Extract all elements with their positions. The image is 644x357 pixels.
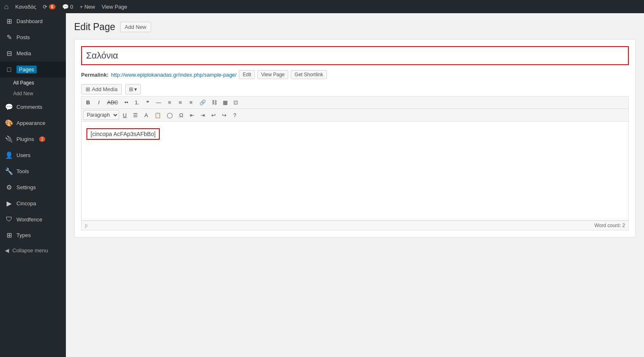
sidebar: ⊞ Dashboard ✎ Posts ⊟ Media □ Pages All … (0, 13, 66, 357)
word-count: Word count: 2 (594, 223, 625, 228)
toolbar-bullet-list[interactable]: •• (121, 98, 131, 107)
toolbar-clear-format[interactable]: ◯ (164, 110, 175, 120)
plugins-icon: 🔌 (5, 135, 13, 143)
permalink-url: http://www.epiplokanadas.gr/index.php/sa… (111, 72, 236, 78)
comments-icon: 💬 (62, 4, 69, 10)
format-select-button[interactable]: ⊞ ▾ (125, 84, 141, 94)
sidebar-item-label: Dashboard (16, 18, 43, 24)
sidebar-item-wordfence[interactable]: 🛡 Wordfence (0, 211, 66, 227)
sidebar-item-plugins[interactable]: 🔌 Plugins 2 (0, 131, 66, 147)
comments-menu-icon: 💬 (5, 103, 13, 111)
collapse-icon: ◀ (5, 247, 9, 254)
submenu-all-pages[interactable]: All Pages (0, 78, 66, 88)
add-media-button[interactable]: ⊞ Add Media (81, 84, 122, 94)
toolbar-help[interactable]: ? (230, 110, 240, 120)
toolbar-row-1: B I ABC •• 1. ❝ — ≡ ≡ ≡ 🔗 ⛓ ▦ ⊡ (82, 96, 628, 109)
add-new-button[interactable]: Add New (120, 22, 151, 32)
plugins-badge: 2 (39, 136, 46, 142)
sidebar-item-label: Tools (16, 168, 29, 174)
toolbar-paste[interactable]: 📋 (152, 110, 163, 120)
collapse-label: Collapse menu (12, 247, 48, 254)
toolbar-redo[interactable]: ↪ (219, 110, 229, 120)
wordfence-icon: 🛡 (5, 216, 13, 223)
toolbar-strikethrough[interactable]: ABC (105, 98, 121, 107)
editor-content[interactable]: [cincopa AcFAp3sAFbBo] (81, 122, 629, 221)
permalink-label: Permalink: (81, 72, 108, 78)
toolbar-table[interactable]: ▦ (220, 98, 230, 107)
adminbar-view-page[interactable]: View Page (102, 4, 127, 10)
collapse-menu-button[interactable]: ◀ Collapse menu (0, 243, 66, 258)
toolbar-text-color[interactable]: A (141, 110, 151, 120)
toolbar-indent[interactable]: ⇥ (198, 110, 208, 120)
sidebar-item-cincopa[interactable]: ▶ Cincopa (0, 195, 66, 211)
settings-icon: ⚙ (5, 183, 13, 191)
sidebar-item-label: Cincopa (16, 200, 36, 207)
sidebar-item-settings[interactable]: ⚙ Settings (0, 179, 66, 195)
submenu-add-new[interactable]: Add New (0, 88, 66, 99)
editor-path: p (85, 223, 88, 228)
main-content: Edit Page Add New Permalink: http://www.… (66, 13, 644, 357)
editor-top-bar: ⊞ Add Media ⊞ ▾ (81, 84, 629, 94)
adminbar-new[interactable]: + New (80, 4, 95, 10)
toolbar-hr[interactable]: — (154, 98, 164, 107)
types-icon: ⊞ (5, 231, 13, 239)
toolbar-fullscreen[interactable]: ⊡ (231, 98, 241, 107)
sidebar-item-media[interactable]: ⊟ Media (0, 45, 66, 61)
sidebar-item-posts[interactable]: ✎ Posts (0, 29, 66, 45)
sidebar-item-label: Settings (16, 184, 36, 190)
dashboard-icon: ⊞ (5, 17, 13, 25)
users-icon: 👤 (5, 151, 13, 159)
tools-icon: 🔧 (5, 167, 13, 175)
sidebar-item-types[interactable]: ⊞ Types (0, 227, 66, 243)
adminbar-updates[interactable]: ⟳ 6 (43, 4, 56, 10)
adminbar-comments[interactable]: 💬 0 (62, 4, 73, 10)
sidebar-item-label: Plugins (16, 136, 34, 142)
toolbar-align-right[interactable]: ≡ (186, 98, 196, 107)
toolbar-align-left[interactable]: ≡ (165, 98, 175, 107)
sidebar-item-label: Wordfence (16, 216, 42, 223)
appearance-icon: 🎨 (5, 119, 13, 127)
toolbar-align-center[interactable]: ≡ (175, 98, 185, 107)
sidebar-item-tools[interactable]: 🔧 Tools (0, 163, 66, 179)
sidebar-item-pages[interactable]: □ Pages (0, 61, 66, 78)
toolbar-underline[interactable]: U (120, 110, 130, 120)
sidebar-item-label: Types (16, 232, 31, 238)
cincopa-icon: ▶ (5, 200, 13, 207)
sidebar-item-appearance[interactable]: 🎨 Appearance (0, 115, 66, 131)
toolbar-bold[interactable]: B (83, 98, 93, 107)
toolbar-blockquote[interactable]: ❝ (143, 98, 153, 107)
toolbar-link[interactable]: 🔗 (197, 98, 208, 107)
wp-logo-icon[interactable]: ⌂ (4, 2, 9, 11)
permalink-shortlink-button[interactable]: Get Shortlink (291, 70, 327, 79)
sidebar-item-users[interactable]: 👤 Users (0, 147, 66, 163)
sidebar-item-label: Appearance (16, 120, 45, 126)
sidebar-item-label: Pages (16, 66, 37, 73)
tinymce-toolbar: B I ABC •• 1. ❝ — ≡ ≡ ≡ 🔗 ⛓ ▦ ⊡ (81, 96, 629, 122)
page-title: Edit Page (74, 21, 115, 33)
sidebar-item-dashboard[interactable]: ⊞ Dashboard (0, 13, 66, 29)
toolbar-justify[interactable]: ☰ (131, 110, 140, 120)
toolbar-italic[interactable]: I (94, 98, 104, 107)
updates-icon: ⟳ (43, 4, 47, 10)
toolbar-unlink[interactable]: ⛓ (209, 98, 219, 107)
sidebar-item-label: Comments (16, 104, 42, 110)
toolbar-undo[interactable]: ↩ (208, 110, 218, 120)
sidebar-item-label: Media (16, 50, 31, 56)
sidebar-item-comments[interactable]: 💬 Comments (0, 99, 66, 115)
paragraph-select[interactable]: Paragraph Heading 1 Heading 2 (83, 110, 119, 120)
posts-icon: ✎ (5, 33, 13, 41)
toolbar-num-list[interactable]: 1. (132, 98, 142, 107)
adminbar-site-name[interactable]: Καναδάς (15, 4, 36, 10)
editor-statusbar: p Word count: 2 (81, 221, 629, 230)
shortcode-content: [cincopa AcFAp3sAFbBo] (86, 128, 160, 140)
add-media-icon: ⊞ (86, 86, 90, 92)
permalink-edit-button[interactable]: Edit (239, 70, 255, 79)
toolbar-special-char[interactable]: Ω (176, 110, 186, 120)
page-header: Edit Page Add New (74, 21, 636, 33)
permalink-view-button[interactable]: View Page (257, 70, 288, 79)
sidebar-item-label: Users (16, 152, 30, 158)
admin-bar: ⌂ Καναδάς ⟳ 6 💬 0 + New View Page (0, 0, 644, 13)
toolbar-outdent[interactable]: ⇤ (187, 110, 197, 120)
post-title-input[interactable] (81, 46, 629, 65)
sidebar-item-label: Posts (16, 34, 30, 40)
